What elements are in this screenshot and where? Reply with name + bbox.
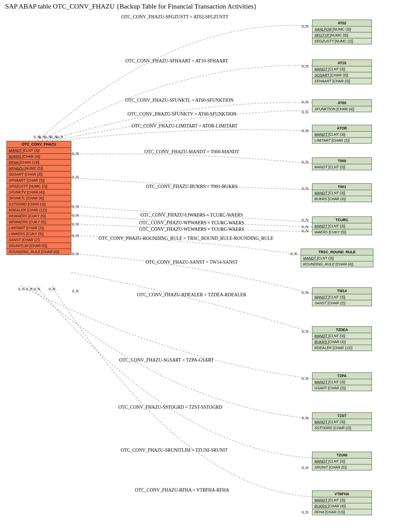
field-name: RDEALER	[9, 208, 27, 212]
field-type: [CLNT (3)]	[328, 380, 345, 384]
field-name: ROUNDING_RULE	[303, 262, 335, 266]
relation-edge	[47, 103, 312, 141]
entity-header: OTC_CONV_FHAZU	[7, 141, 71, 148]
field-MANDT: MANDT [CLNT (3)]	[301, 255, 373, 261]
field-type: [CUKY (5)]	[28, 214, 46, 218]
field-type: [CHAR (2)]	[26, 226, 44, 230]
field-type: [CLNT (3)]	[328, 67, 345, 71]
field-type: [NUMC (3)]	[330, 33, 348, 37]
field-type: [CHAR (2)]	[332, 138, 349, 142]
relation-label: OTC_CONV_FHAZU-SFUNKTV = AT60-SFUNKTION	[128, 111, 236, 117]
cardinality-left: 0..N	[72, 213, 79, 218]
field-type: [NUMC (5)]	[25, 166, 43, 170]
field-MANDT: MANDT [CLNT (3)]	[312, 66, 371, 72]
relation-label: OTC_CONV_FHAZU-SRUNITLIM = TZUNI-SRUNIT	[121, 448, 228, 453]
cardinality-left: 0..N	[57, 135, 63, 139]
relation-label: OTC_CONV_FHAZU-SGSART = TZPA-GSART	[119, 357, 214, 363]
relation-label: OTC_CONV_FHAZU-SSTOGRD = TZST-SSTOGRD	[118, 405, 222, 410]
field-MANDT: MANDT [CLNT (3)]	[312, 132, 371, 138]
relation-label: OTC_CONV_FHAZU-BUKRS = T001-BUKRS	[146, 184, 238, 189]
field-type: [CHAR (4)]	[328, 504, 346, 508]
cardinality-right: 0..N	[302, 416, 308, 420]
field-name: MANDT	[314, 420, 328, 424]
entity-ATOR: ATORMANDT [CLNT (3)]LIMITART [CHAR (2)]	[312, 125, 372, 143]
field-WLWAERS: WLWAERS [CUKY (5)]	[7, 213, 71, 219]
entity-TZPA: TZPAMANDT [CLNT (3)]GSART [CHAR (3)]	[312, 372, 372, 391]
field-type: [CUKY (5)]	[26, 232, 44, 236]
field-WFWAERS: WFWAERS [CUKY (5)]	[7, 219, 71, 225]
field-type: [CLNT (3)]	[328, 420, 345, 424]
cardinality-right: 0..N	[302, 225, 308, 229]
entity-header: T001	[312, 184, 371, 190]
field-type: [CHAR (4)]	[336, 107, 354, 111]
field-name: LIMITART	[314, 138, 332, 142]
field-SGSART: SGSART [CHAR (3)]	[7, 171, 71, 177]
diagram-title: SAP ABAP table OTC_CONV_FHAZU {Backup Ta…	[5, 3, 257, 10]
entity-header: TZST	[312, 413, 371, 419]
field-name: SRUNITLIM	[9, 244, 29, 248]
cardinality-left: 0..N	[72, 252, 79, 256]
field-name: LIWAERS	[9, 232, 26, 236]
field-name: RFHA	[9, 160, 19, 164]
field-type: [CHAR (3)]	[330, 73, 348, 77]
field-name: WLWAERS	[9, 214, 28, 218]
cardinality-right: 0..N	[302, 160, 308, 164]
field-name: SFHAART	[9, 178, 27, 182]
field-name: MANDT	[314, 191, 328, 195]
field-name: GSART	[314, 386, 328, 390]
field-name: SGSART	[9, 172, 25, 176]
entity-header: TZDEA	[312, 327, 371, 333]
field-BUKRS: BUKRS [CHAR (4)]	[312, 196, 371, 202]
cardinality-left: 0..N	[72, 289, 79, 293]
field-type: [CHAR (4)]	[22, 154, 40, 159]
relation-label: OTC_CONV_FHAZU-SFGZUSTT = AT02-SFGZUSTT	[121, 14, 228, 20]
cardinality-left: 0..N	[49, 287, 55, 291]
relation-edge	[29, 286, 312, 419]
field-SFHAART: SFHAART [CHAR (3)]	[312, 78, 371, 84]
field-type: [CHAR (4)]	[41, 250, 59, 254]
field-type: [CLNT (3)]	[317, 256, 334, 260]
relation-label: OTC_CONV_FHAZU-LIWAERS = TCURC-WAERS	[141, 212, 243, 218]
field-ROUNDING_RULE: ROUNDING_RULE [CHAR (4)]	[7, 249, 71, 255]
cardinality-right: 0..N	[302, 329, 308, 334]
entity-TRSC_ROUND_RULE: TRSC_ROUND_RULEMANDT [CLNT (3)]ROUNDING_…	[301, 249, 373, 267]
field-type: [CHAR (2)]	[22, 238, 40, 242]
entity-OTC_CONV_FHAZU: OTC_CONV_FHAZUMANDT [CLNT (3)]BUKRS [CHA…	[6, 141, 71, 255]
field-SANST: SANST [CHAR (2)]	[7, 237, 71, 243]
field-SFHAART: SFHAART [CHAR (3)]	[7, 177, 71, 183]
entity-header: VTBFHA	[312, 491, 371, 497]
field-name: BUKRS	[314, 340, 328, 344]
relation-edge	[57, 130, 312, 141]
field-name: SANST	[9, 238, 22, 242]
field-MANDT: MANDT [CLNT (3)]	[312, 458, 371, 464]
field-GSART: GSART [CHAR (3)]	[312, 385, 371, 391]
entity-header: TRSC_ROUND_RULE	[301, 249, 373, 255]
field-type: [CLNT (3)]	[328, 295, 345, 299]
field-name: SFHAART	[314, 79, 332, 83]
cardinality-right: 0..N	[302, 100, 308, 104]
field-type: [CLNT (3)]	[328, 498, 345, 502]
field-SANLFOR: SANLFOR [NUMC (3)]	[312, 26, 371, 32]
field-name: MANDT	[314, 224, 328, 228]
field-type: [NUMC (2)]	[29, 184, 47, 188]
relation-label: OTC_CONV_FHAZU-MANDT = T000-MANDT	[144, 149, 239, 155]
field-type: [CHAR (2)]	[28, 202, 45, 206]
field-MANDT: MANDT [CLNT (3)]	[312, 190, 371, 196]
field-type: [CHAR (12)]	[333, 346, 352, 350]
cardinality-left: 0..N	[72, 152, 79, 156]
field-LIMITART: LIMITART [CHAR (2)]	[312, 138, 371, 143]
cardinality-right: 0..N	[302, 129, 308, 133]
field-type: [CHAR (3)]	[25, 172, 42, 176]
relation-label: OTC_CONV_FHAZU-ROUNDING_RULE = TRSC_ROUN…	[99, 236, 273, 241]
field-ROUNDING_RULE: ROUNDING_RULE [CHAR (4)]	[301, 261, 373, 267]
relation-edge	[71, 154, 312, 164]
field-name: SFUNKTV	[9, 190, 27, 194]
field-SFGTYP: SFGTYP [NUMC (3)]	[312, 32, 371, 38]
field-type: [CHAR (4)]	[335, 262, 353, 266]
field-name: SANST	[314, 301, 328, 305]
field-type: [CLNT (3)]	[328, 224, 345, 228]
field-SANST: SANST [CHAR (2)]	[312, 300, 371, 306]
cardinality-right: 0..N	[302, 510, 308, 515]
field-name: RDEALER	[314, 346, 333, 350]
cardinality-right: 0..N	[302, 186, 308, 191]
